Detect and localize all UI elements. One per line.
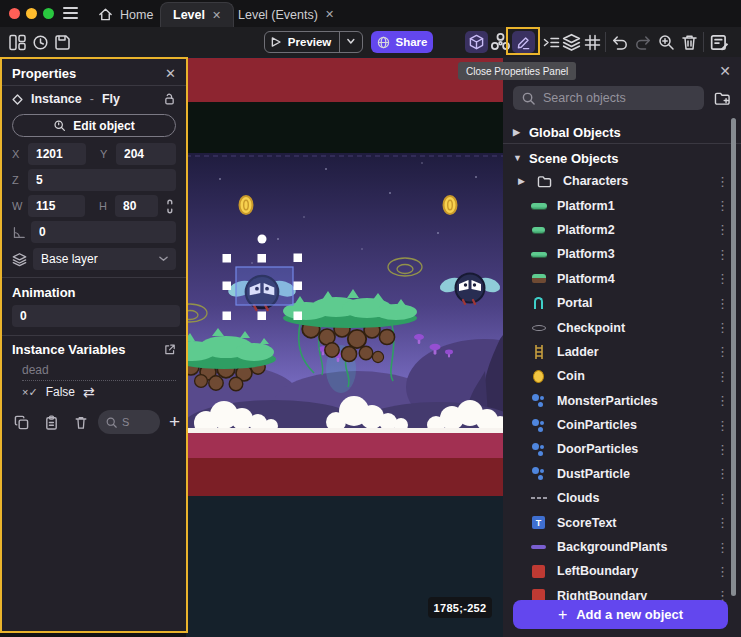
variable-value[interactable]: False <box>46 385 75 399</box>
search-objects-field[interactable] <box>513 86 704 110</box>
item-menu-icon[interactable]: ⋮ <box>716 296 729 311</box>
width-input[interactable] <box>28 195 85 217</box>
rotate-handle[interactable] <box>258 235 267 244</box>
object-item-checkpoint[interactable]: Checkpoint ⋮ <box>503 315 741 339</box>
3d-view-button[interactable] <box>465 31 488 53</box>
layers-icon[interactable] <box>562 33 581 52</box>
x-input[interactable] <box>28 143 86 165</box>
scene-canvas[interactable]: 1785;-252 <box>186 57 503 637</box>
coin-instance[interactable] <box>240 196 253 214</box>
add-variable-button[interactable]: + <box>169 411 180 433</box>
z-input[interactable] <box>28 169 176 191</box>
lock-ratio-icon[interactable] <box>164 199 176 214</box>
add-new-object-button[interactable]: + Add a new object <box>513 600 728 629</box>
window-close-button[interactable] <box>9 8 20 19</box>
object-item-platform3[interactable]: Platform3 ⋮ <box>503 242 741 266</box>
coin-instance[interactable] <box>444 196 457 214</box>
redo-icon[interactable] <box>635 34 652 51</box>
tab-home[interactable]: Home <box>86 2 165 27</box>
tab-level-events[interactable]: Level (Events) ✕ <box>226 2 346 27</box>
share-button[interactable]: Share <box>371 31 433 53</box>
tab-level[interactable]: Level ✕ <box>160 2 234 27</box>
global-objects-group[interactable]: ▶ Global Objects <box>513 121 731 143</box>
chevron-down-icon <box>159 256 168 262</box>
trash-icon[interactable] <box>681 34 698 51</box>
item-menu-icon[interactable]: ⋮ <box>716 174 729 189</box>
angle-input[interactable] <box>31 221 176 243</box>
share-label: Share <box>396 36 428 48</box>
object-item-dustparticle[interactable]: DustParticle ⋮ <box>503 462 741 486</box>
object-item-platform4[interactable]: Platform4 ⋮ <box>503 267 741 291</box>
copy-icon[interactable] <box>6 415 36 430</box>
window-minimize-button[interactable] <box>26 8 37 19</box>
item-menu-icon[interactable]: ⋮ <box>716 247 729 262</box>
item-menu-icon[interactable]: ⋮ <box>716 466 729 481</box>
undo-icon[interactable] <box>611 34 628 51</box>
object-item-monsterparticles[interactable]: MonsterParticles ⋮ <box>503 389 741 413</box>
lock-open-icon[interactable] <box>163 92 176 106</box>
divider <box>605 32 606 52</box>
item-menu-icon[interactable]: ⋮ <box>716 198 729 213</box>
notes-icon[interactable] <box>710 33 729 52</box>
window-zoom-button[interactable] <box>43 8 54 19</box>
delete-variable-icon[interactable] <box>66 415 96 430</box>
item-menu-icon[interactable]: ⋮ <box>716 271 729 286</box>
y-input[interactable] <box>116 143 176 165</box>
panel-layout-icon[interactable] <box>9 34 26 51</box>
layer-select[interactable]: Base layer <box>33 248 176 270</box>
zoom-in-icon[interactable] <box>658 34 675 51</box>
search-objects-input[interactable] <box>543 91 695 105</box>
scene-objects-group[interactable]: ▼ Scene Objects <box>513 147 731 169</box>
tab-close-icon[interactable]: ✕ <box>212 9 221 22</box>
item-menu-icon[interactable]: ⋮ <box>716 369 729 384</box>
menu-icon[interactable] <box>63 7 78 19</box>
object-item-ladder[interactable]: Ladder ⋮ <box>503 340 741 364</box>
object-item-characters[interactable]: ▶ Characters ⋮ <box>503 169 741 193</box>
divider <box>503 143 741 144</box>
swap-value-icon[interactable]: ⇄ <box>83 384 95 400</box>
open-in-new-icon[interactable] <box>163 343 176 356</box>
history-icon[interactable] <box>32 34 49 51</box>
instances-list-icon[interactable] <box>543 34 560 51</box>
object-item-portal[interactable]: Portal ⋮ <box>503 291 741 315</box>
object-item-platform2[interactable]: Platform2 ⋮ <box>503 218 741 242</box>
object-groups-icon[interactable] <box>490 32 511 53</box>
item-menu-icon[interactable]: ⋮ <box>716 344 729 359</box>
objects-panel-scrollbar[interactable] <box>731 118 736 596</box>
height-input[interactable] <box>115 195 158 217</box>
edit-properties-button[interactable] <box>512 31 535 53</box>
item-menu-icon[interactable]: ⋮ <box>716 564 729 579</box>
add-folder-icon[interactable] <box>714 91 731 106</box>
object-item-backgroundplants[interactable]: BackgroundPlants ⋮ <box>503 535 741 559</box>
item-menu-icon[interactable]: ⋮ <box>716 393 729 408</box>
tab-close-icon[interactable]: ✕ <box>325 8 334 21</box>
paste-icon[interactable] <box>36 415 66 430</box>
object-item-scoretext[interactable]: T ScoreText ⋮ <box>503 510 741 534</box>
item-menu-icon[interactable]: ⋮ <box>716 320 729 335</box>
variables-search-input[interactable]: S <box>98 410 160 434</box>
object-item-doorparticles[interactable]: DoorParticles ⋮ <box>503 437 741 461</box>
object-item-coin[interactable]: Coin ⋮ <box>503 364 741 388</box>
object-item-clouds[interactable]: Clouds ⋮ <box>503 486 741 510</box>
item-menu-icon[interactable]: ⋮ <box>716 491 729 506</box>
grid-icon[interactable] <box>584 34 601 51</box>
item-menu-icon[interactable]: ⋮ <box>716 418 729 433</box>
close-properties-icon[interactable]: ✕ <box>165 66 176 81</box>
preview-options-chevron-icon[interactable] <box>340 38 362 46</box>
animation-input[interactable] <box>12 305 180 327</box>
particles-icon <box>530 467 547 480</box>
item-menu-icon[interactable]: ⋮ <box>716 442 729 457</box>
plants-icon <box>530 545 547 549</box>
close-objects-panel-icon[interactable]: ✕ <box>719 63 731 79</box>
object-item-leftboundary[interactable]: LeftBoundary ⋮ <box>503 559 741 583</box>
object-item-coinparticles[interactable]: CoinParticles ⋮ <box>503 413 741 437</box>
edit-object-button[interactable]: Edit object <box>12 114 176 137</box>
chevron-right-icon: ▶ <box>518 176 526 186</box>
object-item-platform1[interactable]: Platform1 ⋮ <box>503 193 741 217</box>
item-menu-icon[interactable]: ⋮ <box>716 515 729 530</box>
save-icon[interactable] <box>54 34 71 51</box>
item-menu-icon[interactable]: ⋮ <box>716 540 729 555</box>
preview-button[interactable]: Preview <box>264 31 363 53</box>
item-menu-icon[interactable]: ⋮ <box>716 222 729 237</box>
variable-name[interactable]: dead <box>22 363 176 381</box>
